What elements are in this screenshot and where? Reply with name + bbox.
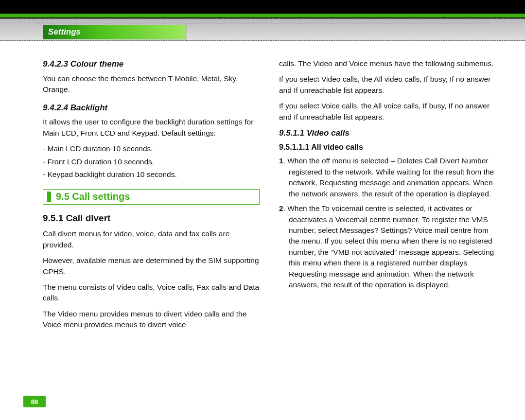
section-box-call-settings: 9.5 Call settings bbox=[43, 189, 260, 205]
left-column: 9.4.2.3 Colour theme You can choose the … bbox=[43, 58, 260, 401]
body-text: The Video menu provides menus to divert … bbox=[43, 309, 260, 331]
number-prefix: 1 bbox=[279, 157, 283, 165]
numbered-item-2: 2. When the To voicemail centre is selec… bbox=[279, 203, 496, 291]
body-text: calls. The Video and Voice menus have th… bbox=[279, 58, 496, 69]
header-band: Settings bbox=[0, 18, 525, 41]
green-bar-icon bbox=[47, 192, 51, 202]
body-text: Call divert menus for video, voice, data… bbox=[43, 228, 260, 250]
list-item: - Front LCD duration 10 seconds. bbox=[43, 157, 260, 167]
tab-right-dash bbox=[187, 23, 187, 41]
heading-colour-theme: 9.4.2.3 Colour theme bbox=[43, 58, 260, 70]
numbered-item-1: 1. When the off menu is selected – Delet… bbox=[279, 156, 496, 199]
numbered-body: . When the To voicemail centre is select… bbox=[283, 204, 494, 289]
section-tab-label: Settings bbox=[48, 27, 81, 37]
green-stripe bbox=[0, 14, 525, 18]
top-black-bar bbox=[0, 0, 525, 14]
body-text: If you select Voice calls, the All voice… bbox=[279, 101, 496, 122]
dashed-line bbox=[36, 23, 489, 23]
heading-all-video-calls: 9.5.1.1.1 All video calls bbox=[279, 141, 496, 153]
body-text: It allows the user to configure the back… bbox=[43, 117, 260, 139]
numbered-body: . When the off menu is selected – Delete… bbox=[283, 157, 494, 197]
right-column: calls. The Video and Voice menus have th… bbox=[279, 58, 496, 401]
heading-call-divert: 9.5.1 Call divert bbox=[43, 211, 260, 225]
number-prefix: 2 bbox=[279, 204, 283, 212]
heading-call-settings: 9.5 Call settings bbox=[56, 190, 130, 204]
section-tab-settings: Settings bbox=[43, 25, 186, 39]
list-item: - Keypad backlight duration 10 seconds. bbox=[43, 169, 260, 180]
heading-video-calls: 9.5.1.1 Video calls bbox=[279, 127, 496, 140]
heading-backlight: 9.4.2.4 Backlight bbox=[43, 102, 260, 114]
body-text: If you select Video calls, the All video… bbox=[279, 74, 496, 96]
page-number: 88 bbox=[31, 398, 38, 405]
page-content: 9.4.2.3 Colour theme You can choose the … bbox=[43, 58, 496, 401]
body-text: However, available menus are determined … bbox=[43, 255, 260, 277]
body-text: You can choose the themes between T-Mobi… bbox=[43, 73, 260, 95]
list-item: - Main LCD duration 10 seconds. bbox=[43, 143, 260, 154]
page-number-badge: 88 bbox=[23, 396, 46, 407]
body-text: The menu consists of Video calls, Voice … bbox=[43, 282, 260, 304]
